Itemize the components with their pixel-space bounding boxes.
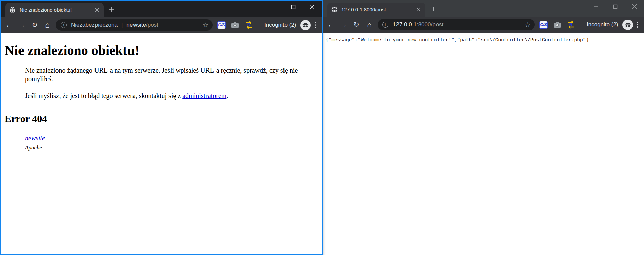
security-label: Niezabezpieczona — [71, 22, 118, 28]
minimize-button[interactable] — [586, 0, 606, 13]
tab-title: 127.0.0.1:8000/post — [341, 7, 411, 12]
error-code-heading: Error 404 — [5, 113, 315, 124]
url-path: :8000/post — [417, 21, 443, 28]
maximize-button[interactable] — [283, 1, 303, 13]
page-content-404: Nie znaleziono obiektu! Nie znaleziono ż… — [1, 33, 322, 254]
close-window-button[interactable] — [303, 1, 322, 13]
error-paragraph-1: Nie znaleziono żądanego URL-a na tym ser… — [25, 66, 305, 83]
toolbar-divider — [580, 20, 580, 29]
administrator-link[interactable]: administratorem — [182, 92, 226, 99]
forward-icon[interactable]: → — [337, 18, 350, 31]
globe-favicon-icon — [9, 7, 16, 13]
url-host: 127.0.0.1 — [393, 21, 417, 28]
back-icon[interactable]: ← — [3, 19, 15, 31]
browser-window-right: 127.0.0.1:8000/post ← → ↻ ⌂ i 127.0. — [323, 0, 644, 255]
incognito-avatar-icon[interactable] — [300, 20, 311, 30]
address-bar[interactable]: i Niezabezpieczona | newsite /post ☆ — [56, 19, 213, 31]
cs-extension-button[interactable]: C/S — [217, 21, 226, 29]
window-controls — [586, 0, 644, 13]
url-host: newsite — [126, 22, 146, 28]
window-resizer-extension-icon[interactable]: R — [567, 20, 575, 29]
extensions-area: C/S R — [537, 20, 578, 29]
tab-close-icon[interactable] — [415, 6, 423, 14]
forward-icon[interactable]: → — [15, 19, 28, 31]
menu-three-dots-icon[interactable] — [315, 22, 316, 28]
reload-icon[interactable]: ↻ — [28, 19, 41, 31]
newsite-link[interactable]: newsite — [25, 134, 45, 142]
new-tab-button[interactable] — [106, 3, 118, 15]
home-icon[interactable]: ⌂ — [41, 19, 54, 31]
error-paragraph-2: Jeśli myślisz, że jest to błąd tego serw… — [25, 92, 305, 100]
minimize-button[interactable] — [264, 1, 283, 13]
tab-404-page[interactable]: Nie znaleziono obiektu! — [5, 3, 104, 17]
address-bar[interactable]: i 127.0.0.1 :8000/post ☆ — [378, 19, 535, 30]
browser-toolbar: ← → ↻ ⌂ i 127.0.0.1 :8000/post ☆ C/S R — [323, 17, 644, 33]
incognito-avatar-icon[interactable] — [622, 20, 633, 30]
tab-close-icon[interactable] — [93, 6, 101, 14]
globe-favicon-icon — [331, 6, 338, 13]
url-separator: | — [121, 22, 123, 28]
back-icon[interactable]: ← — [325, 18, 337, 31]
tab-title: Nie znaleziono obiektu! — [20, 7, 89, 13]
tab-strip: Nie znaleziono obiektu! — [1, 1, 322, 17]
tab-json-page[interactable]: 127.0.0.1:8000/post — [327, 3, 425, 17]
camera-extension-icon[interactable] — [553, 21, 561, 28]
browser-window-left: Nie znaleziono obiektu! ← → ↻ ⌂ i Ni — [0, 0, 323, 255]
maximize-button[interactable] — [606, 0, 625, 13]
cs-extension-button[interactable]: C/S — [539, 21, 548, 29]
window-controls — [264, 1, 322, 13]
site-info-icon[interactable]: i — [382, 22, 388, 28]
home-icon[interactable]: ⌂ — [363, 18, 376, 31]
incognito-label: Incognito (2) — [586, 21, 618, 28]
tab-strip: 127.0.0.1:8000/post — [323, 0, 644, 17]
page-content-json: {"message":"Welcome to your new controll… — [323, 33, 644, 255]
window-resizer-extension-icon[interactable]: R — [244, 21, 253, 29]
new-tab-button[interactable] — [427, 3, 440, 15]
camera-extension-icon[interactable] — [231, 22, 239, 28]
svg-text:R: R — [247, 22, 251, 28]
toolbar-divider — [258, 21, 258, 30]
bookmark-star-icon[interactable]: ☆ — [200, 21, 209, 29]
error-page-heading: Nie znaleziono obiektu! — [5, 42, 315, 58]
incognito-label: Incognito (2) — [264, 22, 296, 28]
reload-icon[interactable]: ↻ — [350, 18, 363, 31]
json-response-text: {"message":"Welcome to your new controll… — [326, 37, 644, 43]
browser-toolbar: ← → ↻ ⌂ i Niezabezpieczona | newsite /po… — [1, 17, 322, 33]
extensions-area: C/S R — [215, 21, 256, 29]
menu-three-dots-icon[interactable] — [637, 22, 638, 28]
bookmark-star-icon[interactable]: ☆ — [522, 21, 531, 29]
server-signature: Apache — [25, 144, 315, 151]
site-info-icon[interactable]: i — [61, 22, 67, 28]
url-path: /post — [146, 22, 158, 28]
svg-text:R: R — [569, 22, 573, 27]
close-window-button[interactable] — [625, 0, 644, 13]
